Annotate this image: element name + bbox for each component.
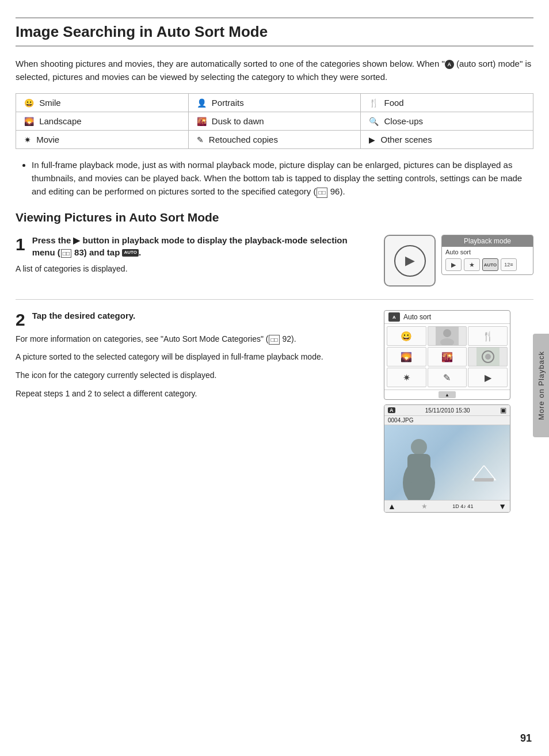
photo-info: 1D 4♪ 41	[452, 503, 473, 509]
table-row: ✷ Movie ✎ Retouched copies ▶ Other scene…	[16, 130, 533, 148]
step-1-right: ▶ Playback mode Auto sort ▶ ★ AUTO 12≡	[384, 235, 533, 287]
photo-next-icon[interactable]: ▼	[498, 502, 506, 511]
step-1-left: 1 Press the ▶ button in playback mode to…	[16, 235, 384, 275]
step-2-container: 2 Tap the desired category. For more inf…	[16, 310, 533, 513]
autosort-footer: ▲	[384, 390, 510, 399]
table-cell-retouched: ✎ Retouched copies	[188, 130, 361, 148]
step-divider	[16, 299, 533, 300]
autosort-cell-movie[interactable]: ✷	[387, 368, 426, 387]
photo-person-svg	[396, 437, 442, 500]
ref-box-92: □□	[269, 335, 279, 345]
table-cell-movie: ✷ Movie	[16, 130, 189, 148]
page-number: 91	[520, 732, 532, 744]
table-cell-smile: 😀 Smile	[16, 93, 189, 112]
bullet-item: In full-frame playback mode, just as wit…	[32, 158, 533, 198]
food-label: Food	[384, 98, 403, 108]
dusk-to-dawn-icon: 🌇	[197, 117, 207, 126]
autosort-header: A Auto sort	[384, 311, 510, 324]
movie-label: Movie	[36, 135, 59, 144]
photo-filename: 0004.JPG	[388, 417, 413, 423]
step-1-header: 1 Press the ▶ button in playback mode to…	[16, 235, 372, 258]
svg-point-5	[485, 354, 491, 360]
autosort-cell-dusk[interactable]: 🌇	[428, 347, 467, 366]
playback-mode-title: Playback mode	[442, 235, 533, 247]
photo-preview: A 15/11/2010 15:30 ▣ 0004.JPG	[384, 404, 510, 513]
autosort-header-icon: A	[388, 312, 400, 322]
playback-mode-icons: ▶ ★ AUTO 12≡	[442, 257, 533, 274]
svg-marker-9	[472, 465, 495, 480]
sub-heading: Viewing Pictures in Auto Sort Mode	[16, 211, 533, 224]
autosort-footer-button[interactable]: ▲	[439, 391, 456, 398]
playback-button-circle: ▶	[394, 245, 426, 277]
bullet-section: In full-frame playback mode, just as wit…	[16, 158, 533, 198]
other-scenes-label: Other scenes	[380, 135, 432, 144]
autosort-cell-other[interactable]: ▶	[468, 368, 508, 387]
page-container: Image Searching in Auto Sort Mode When s…	[16, 0, 533, 548]
portraits-thumbnail	[436, 326, 459, 346]
photo-top-bar: A 15/11/2010 15:30 ▣	[384, 405, 510, 416]
step-2-extra-2: The icon for the category currently sele…	[16, 369, 372, 382]
close-ups-icon: 🔍	[369, 117, 379, 126]
food-icon: 🍴	[369, 98, 379, 108]
step-2-extra-3: Repeat steps 1 and 2 to select a differe…	[16, 388, 372, 400]
photo-image-area	[384, 425, 510, 500]
autosort-cell-retouched[interactable]: ✎	[428, 368, 467, 387]
auto-icon: AUTO	[122, 249, 139, 257]
autosort-grid: 😀 🍴 🌄 🌇	[384, 324, 510, 390]
page-header: Image Searching in Auto Sort Mode	[16, 17, 533, 47]
table-row: 🌄 Landscape 🌇 Dusk to dawn 🔍 Close-ups	[16, 112, 533, 130]
step-1-images: ▶ Playback mode Auto sort ▶ ★ AUTO 12≡	[384, 235, 533, 287]
photo-bottom-bar: ▲ ★ 1D 4♪ 41 ▼	[384, 500, 510, 512]
playback-mode-label: Auto sort	[442, 247, 533, 257]
retouched-copies-icon: ✎	[197, 135, 204, 144]
svg-point-6	[411, 439, 427, 455]
table-cell-food: 🍴 Food	[361, 93, 533, 112]
closeups-label: Close-ups	[384, 116, 423, 126]
category-table: 😀 Smile 👤 Portraits 🍴 Food 🌄 Landscape	[16, 93, 533, 149]
side-tab-label: More on Playback	[537, 351, 546, 420]
step-2-title: Tap the desired category.	[32, 311, 136, 320]
ref-box-83: □□	[61, 249, 71, 258]
playback-icon-play[interactable]: ▶	[445, 258, 462, 271]
photo-filename-bar: 0004.JPG	[384, 416, 510, 425]
table-cell-landscape: 🌄 Landscape	[16, 112, 189, 130]
table-cell-dusk: 🌇 Dusk to dawn	[188, 112, 361, 130]
step-2-header: 2 Tap the desired category.	[16, 310, 372, 329]
retouched-label: Retouched copies	[209, 135, 278, 144]
side-tab: More on Playback	[533, 334, 549, 437]
step-1-title: Press the ▶ button in playback mode to d…	[32, 235, 348, 257]
photo-camera-icon: ▣	[500, 406, 506, 414]
playback-icon-auto[interactable]: AUTO	[482, 258, 498, 271]
step-2-extra-1: A picture sorted to the selected categor…	[16, 351, 372, 364]
autosort-title: Auto sort	[403, 313, 431, 321]
autosort-cell-landscape[interactable]: 🌄	[387, 347, 426, 366]
landscape-label: Landscape	[39, 116, 81, 126]
svg-rect-8	[407, 454, 430, 483]
photo-boat-svg	[470, 465, 498, 483]
step-2-left: 2 Tap the desired category. For more inf…	[16, 310, 384, 400]
intro-text: When shooting pictures and movies, they …	[16, 57, 533, 84]
autosort-cell-portraits[interactable]	[428, 326, 467, 346]
autosort-cell-closeups[interactable]	[468, 347, 508, 366]
landscape-icon: 🌄	[24, 117, 34, 126]
photo-prev-icon[interactable]: ▲	[388, 502, 396, 511]
step-1-number: 1	[16, 236, 25, 253]
camera-button-illustration: ▶	[384, 235, 436, 287]
autosort-ui: A Auto sort 😀 🍴 🌄	[384, 310, 510, 400]
smile-icon: 😀	[24, 98, 34, 108]
step-2-number: 2	[16, 311, 25, 329]
playback-icon-star[interactable]: ★	[464, 258, 480, 271]
autosort-cell-food[interactable]: 🍴	[468, 326, 508, 346]
table-cell-closeups: 🔍 Close-ups	[361, 112, 533, 130]
other-scenes-icon: ▶	[369, 135, 375, 144]
svg-rect-10	[474, 478, 494, 482]
autosort-cell-smile[interactable]: 😀	[387, 326, 426, 346]
svg-point-1	[443, 329, 451, 337]
step-2-right: A Auto sort 😀 🍴 🌄	[384, 310, 533, 513]
table-row: 😀 Smile 👤 Portraits 🍴 Food	[16, 93, 533, 112]
step-1-sub: A list of categories is displayed.	[16, 263, 372, 275]
ref-box: □□	[317, 188, 327, 198]
playback-icon-12[interactable]: 12≡	[501, 258, 517, 271]
photo-star-icon[interactable]: ★	[421, 502, 428, 510]
closeups-thumbnail	[476, 347, 500, 366]
